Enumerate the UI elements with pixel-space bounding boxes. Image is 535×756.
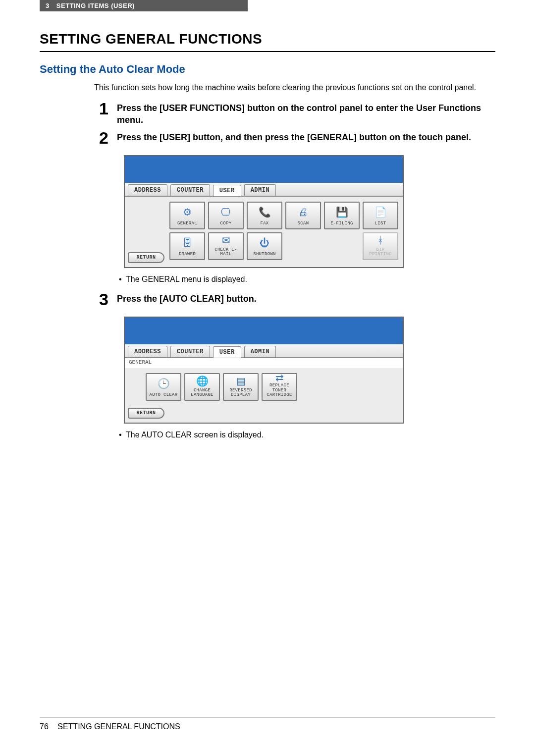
- screenshot-titlebar: [125, 156, 403, 183]
- screenshot-titlebar: [125, 318, 403, 344]
- globe-icon: 🌐: [196, 374, 209, 388]
- intro-text: This function sets how long the machine …: [94, 82, 495, 93]
- change-language-button[interactable]: 🌐 CHANGE LANGUAGE: [184, 373, 220, 401]
- result-note: The GENERAL menu is displayed.: [119, 275, 495, 284]
- screenshot-general-menu: ADDRESS COUNTER USER ADMIN GENERAL 🕒 AUT…: [124, 317, 404, 424]
- step-2: 2 Press the [USER] button, and then pres…: [99, 129, 495, 146]
- drawer-icon: 🗄: [182, 233, 192, 253]
- tab-admin[interactable]: ADMIN: [244, 346, 276, 357]
- tab-counter[interactable]: COUNTER: [170, 346, 210, 357]
- efiling-icon: 💾: [336, 203, 348, 222]
- scan-button[interactable]: 🖨 SCAN: [285, 202, 321, 229]
- general-button[interactable]: ⚙ GENERAL: [169, 202, 205, 229]
- button-label: BIP PRINTING: [364, 248, 397, 257]
- step-number: 3: [99, 291, 117, 308]
- bip-printing-button: ᚼ BIP PRINTING: [363, 232, 398, 260]
- result-note: The AUTO CLEAR screen is displayed.: [119, 431, 495, 439]
- button-label: GENERAL: [177, 221, 197, 226]
- reversed-icon: ▤: [236, 374, 246, 388]
- efiling-button[interactable]: 💾 E-FILING: [324, 202, 360, 229]
- breadcrumb: GENERAL: [125, 358, 403, 368]
- tab-address[interactable]: ADDRESS: [128, 346, 167, 357]
- button-label: E-FILING: [330, 221, 353, 226]
- tab-counter[interactable]: COUNTER: [170, 184, 210, 196]
- footer-title: SETTING GENERAL FUNCTIONS: [57, 722, 180, 731]
- step-number: 2: [99, 129, 117, 146]
- scan-icon: 🖨: [298, 203, 308, 222]
- button-label: CHECK E-MAIL: [209, 248, 243, 257]
- screenshot-body: ⚙ GENERAL 🖵 COPY 📞 FAX 🖨 SCAN 💾 E-: [125, 197, 403, 267]
- section-title: Setting the Auto Clear Mode: [40, 63, 495, 76]
- button-label: CHANGE LANGUAGE: [191, 388, 214, 398]
- list-button[interactable]: 📄 LIST: [363, 202, 398, 229]
- fax-button[interactable]: 📞 FAX: [247, 202, 282, 229]
- tab-user[interactable]: USER: [213, 185, 241, 196]
- button-label: COPY: [220, 221, 232, 226]
- chapter-number: 3: [46, 2, 50, 9]
- chapter-header: 3 SETTING ITEMS (USER): [40, 0, 248, 11]
- bluetooth-icon: ᚼ: [377, 233, 383, 248]
- step-text: Press the [AUTO CLEAR] button.: [117, 291, 257, 305]
- button-label: REVERSED DISPLAY: [229, 388, 252, 398]
- page-title: SETTING GENERAL FUNCTIONS: [40, 31, 495, 52]
- page-number: 76: [40, 722, 49, 731]
- replace-toner-button[interactable]: ⇄ REPLACE TONER CARTRIDGE: [262, 373, 297, 401]
- step-3: 3 Press the [AUTO CLEAR] button.: [99, 291, 495, 308]
- shutdown-button[interactable]: ⏻ SHUTDOWN: [247, 232, 282, 260]
- step-number: 1: [99, 100, 117, 117]
- tab-address[interactable]: ADDRESS: [128, 184, 167, 196]
- button-label: AUTO CLEAR: [149, 393, 177, 397]
- copy-button[interactable]: 🖵 COPY: [208, 202, 244, 229]
- screenshot-body: 🕒 AUTO CLEAR 🌐 CHANGE LANGUAGE ▤ REVERSE…: [125, 368, 403, 423]
- auto-clear-button[interactable]: 🕒 AUTO CLEAR: [146, 373, 181, 401]
- reversed-display-button[interactable]: ▤ REVERSED DISPLAY: [223, 373, 259, 401]
- page-footer: 76 SETTING GENERAL FUNCTIONS: [40, 717, 495, 731]
- fax-icon: 📞: [259, 203, 271, 222]
- copy-icon: 🖵: [221, 203, 231, 222]
- power-icon: ⏻: [260, 233, 269, 253]
- button-label: LIST: [375, 221, 386, 226]
- drawer-button[interactable]: 🗄 DRAWER: [169, 232, 205, 260]
- tab-bar: ADDRESS COUNTER USER ADMIN: [125, 344, 403, 358]
- tab-user[interactable]: USER: [213, 346, 241, 358]
- tab-admin[interactable]: ADMIN: [244, 184, 276, 196]
- return-button[interactable]: RETURN: [128, 252, 164, 263]
- step-1: 1 Press the [USER FUNCTIONS] button on t…: [99, 100, 495, 126]
- step-text: Press the [USER FUNCTIONS] button on the…: [117, 100, 495, 126]
- chapter-title: SETTING ITEMS (USER): [56, 2, 135, 9]
- toner-icon: ⇄: [275, 372, 284, 383]
- button-label: FAX: [260, 221, 268, 226]
- return-button[interactable]: RETURN: [128, 408, 164, 419]
- button-label: SHUTDOWN: [253, 252, 276, 257]
- list-icon: 📄: [374, 203, 387, 222]
- auto-clear-icon: 🕒: [158, 374, 170, 393]
- check-email-button[interactable]: ✉ CHECK E-MAIL: [208, 232, 244, 260]
- screenshot-user-menu: ADDRESS COUNTER USER ADMIN ⚙ GENERAL 🖵 C…: [124, 155, 404, 268]
- email-icon: ✉: [222, 233, 230, 248]
- general-icon: ⚙: [183, 203, 192, 222]
- button-label: REPLACE TONER CARTRIDGE: [267, 383, 292, 397]
- tab-bar: ADDRESS COUNTER USER ADMIN: [125, 183, 403, 197]
- step-text: Press the [USER] button, and then press …: [117, 129, 471, 143]
- button-label: DRAWER: [179, 252, 196, 257]
- button-label: SCAN: [298, 221, 309, 226]
